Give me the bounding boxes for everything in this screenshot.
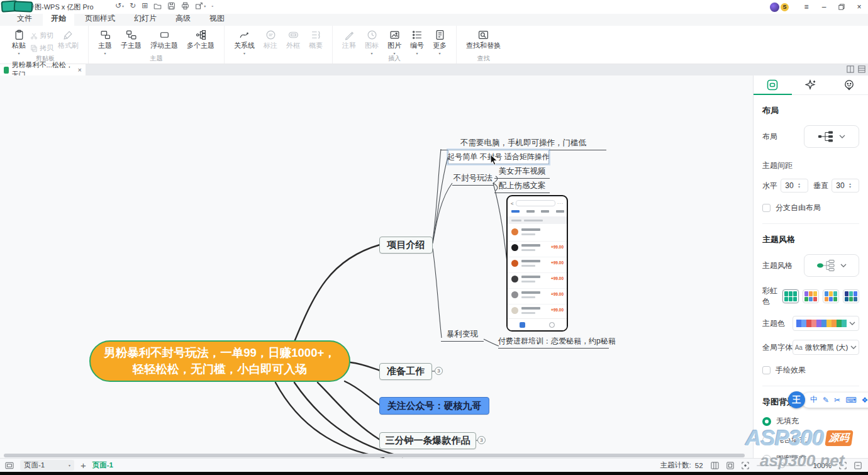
leaf-beauty-video[interactable]: 美女开车视频 <box>494 166 550 179</box>
group-label-find: 查找 <box>457 54 510 63</box>
multi-topic-button[interactable]: 多个主题 <box>182 29 219 50</box>
ime-scissors-icon[interactable]: ✂ <box>834 396 840 405</box>
document-tab[interactable]: 男粉暴利不...松松，无门 × <box>0 64 86 75</box>
restore-button[interactable] <box>833 0 850 14</box>
menu-page-style[interactable]: 页面样式 <box>77 12 123 26</box>
global-font-dropdown[interactable]: Aa 微软雅黑 (大) <box>793 340 859 355</box>
user-avatar[interactable] <box>770 3 779 12</box>
theme-style-dropdown[interactable] <box>804 254 859 277</box>
ime-keyboard-icon[interactable]: ⌨ <box>845 396 856 405</box>
theme-color-chip <box>832 320 837 327</box>
callout-button[interactable]: 标注 <box>259 29 282 50</box>
vip-badge[interactable]: S <box>781 3 789 11</box>
format-painter-button[interactable]: 格式刷 <box>53 29 83 50</box>
theme-color-chip <box>816 320 821 327</box>
hand-drawn-checkbox[interactable] <box>762 366 771 374</box>
ime-skin-icon[interactable]: ❖ <box>861 396 868 405</box>
phone-avatar <box>511 307 518 314</box>
save-icon[interactable] <box>167 2 175 10</box>
phone-screenshot-node[interactable]: < ··· +99.00+99.00+99.00+99.00+99.00 <box>506 195 568 332</box>
customize-qat-icon[interactable]: ⹀ <box>211 3 213 9</box>
rainbow-option-multicolor[interactable] <box>803 289 819 303</box>
rainbow-option-mixed[interactable] <box>823 289 839 303</box>
print-icon[interactable] <box>181 2 189 10</box>
boundary-button[interactable]: 外框 <box>282 29 304 50</box>
vertical-spacing-input[interactable] <box>832 181 849 190</box>
copy-button[interactable]: 拷贝 <box>30 43 53 53</box>
menu-view[interactable]: 视图 <box>201 12 233 26</box>
relation-line-button[interactable]: 关系线▾ <box>230 29 259 58</box>
tab-style-panel[interactable] <box>754 75 792 94</box>
phone-row: +99.00 <box>508 257 567 273</box>
comment-button[interactable]: 注释 <box>338 29 360 50</box>
leaf-sad-text[interactable]: 配上伤感文案 <box>494 181 550 193</box>
panel-view-icon[interactable] <box>858 65 865 73</box>
tab-ai-panel[interactable] <box>792 75 830 94</box>
subtopic-icon <box>126 30 136 40</box>
stepper-arrows[interactable]: ▴▾ <box>849 182 851 189</box>
node-prepare[interactable]: 准备工作 <box>379 363 432 380</box>
new-button[interactable]: ⊞ <box>142 1 148 10</box>
active-page-tab[interactable]: 页面-1 <box>92 461 113 470</box>
phone-more-icon: ··· <box>557 201 564 206</box>
central-topic-node[interactable]: 男粉暴利不封号玩法，一单99，日赚1000+， 轻轻松松，无门槛，小白即可入场 <box>89 340 350 382</box>
share-icon[interactable]: ▾ <box>195 2 206 10</box>
rainbow-option-dark[interactable] <box>843 289 859 303</box>
horizontal-spacing-input[interactable] <box>781 181 798 190</box>
collapsed-count-badge[interactable]: 3 <box>435 367 443 375</box>
floating-topic-button[interactable]: 浮动主题 <box>146 29 182 50</box>
ime-logo[interactable]: 王 <box>788 391 805 408</box>
menu-home[interactable]: 开始 <box>43 12 74 26</box>
leaf-no-pc[interactable]: 不需要电脑，手机即可操作，门槛低 <box>440 138 606 150</box>
page-selector[interactable]: 页面-1 ▾ <box>20 460 74 471</box>
collapse-bar-icon[interactable] <box>854 462 862 469</box>
node-project-intro[interactable]: 项目介绍 <box>379 237 433 254</box>
document-icon <box>4 67 9 74</box>
grid-view-icon[interactable] <box>847 65 854 73</box>
menu-advanced[interactable]: 高级 <box>167 12 199 26</box>
node-three-minutes[interactable]: 三分钟一条爆款作品 <box>379 432 476 449</box>
outline-view-icon[interactable] <box>711 462 719 469</box>
fullscreen-icon[interactable] <box>839 462 847 469</box>
layout-dropdown[interactable] <box>804 125 859 148</box>
tab-close-icon[interactable]: × <box>78 66 82 74</box>
no-fill-radio[interactable] <box>762 417 771 426</box>
redo-button[interactable]: ↻ <box>130 1 136 10</box>
central-topic-line1: 男粉暴利不封号玩法，一单99，日赚1000+， <box>104 345 336 361</box>
free-layout-checkbox[interactable] <box>762 204 771 212</box>
ime-lang-toggle[interactable]: 中 <box>810 394 818 405</box>
fit-page-icon[interactable] <box>726 462 734 469</box>
mindmap-canvas[interactable]: 男粉暴利不封号玩法，一单99，日赚1000+， 轻轻松松，无门槛，小白即可入场 … <box>0 75 753 458</box>
summary-button[interactable]: 概要 <box>304 29 327 50</box>
solid-fill-radio[interactable] <box>762 436 771 445</box>
close-button[interactable]: × <box>850 0 868 14</box>
leaf-profit[interactable]: 暴利变现 <box>441 329 484 342</box>
node-follow-account[interactable]: 关注公众号：硬核九哥 <box>379 397 489 415</box>
add-page-button[interactable]: + <box>81 460 86 471</box>
menu-file[interactable]: 文件 <box>9 12 40 26</box>
more-insert-icon <box>435 30 445 40</box>
find-replace-button[interactable]: 查找和替换 <box>462 29 505 50</box>
font-aa-icon: Aa <box>795 344 803 351</box>
theme-color-dropdown[interactable] <box>793 316 859 331</box>
leaf-training[interactable]: 付费进群培训：恋爱秘籍，约p秘籍 <box>498 336 609 349</box>
subtopic-button[interactable]: 子主题 <box>116 29 146 50</box>
horizontal-scrollbar[interactable] <box>4 454 745 457</box>
ime-pen-icon[interactable]: ✎ <box>823 396 829 405</box>
center-focus-icon[interactable] <box>742 462 749 469</box>
mouse-cursor <box>490 155 499 165</box>
collapsed-count-badge[interactable]: 3 <box>477 436 486 444</box>
tab-sticker-panel[interactable] <box>830 75 868 94</box>
zoom-slider[interactable] <box>757 465 806 466</box>
zoom-slider-handle[interactable] <box>779 462 785 468</box>
undo-button[interactable]: ↺▾ <box>115 1 124 10</box>
leaf-no-ban[interactable]: 不封号玩法 <box>452 173 494 186</box>
page-thumbnail-icon[interactable] <box>5 462 14 469</box>
menu-slides[interactable]: 幻灯片 <box>126 12 165 26</box>
open-icon[interactable] <box>153 2 162 10</box>
hamburger-menu-icon[interactable]: ≡ <box>798 0 815 14</box>
stepper-arrows[interactable]: ▴▾ <box>798 182 800 189</box>
rainbow-option-teal[interactable] <box>782 289 799 303</box>
cut-button[interactable]: 剪切 <box>30 31 53 40</box>
minimize-button[interactable]: – <box>815 0 833 14</box>
